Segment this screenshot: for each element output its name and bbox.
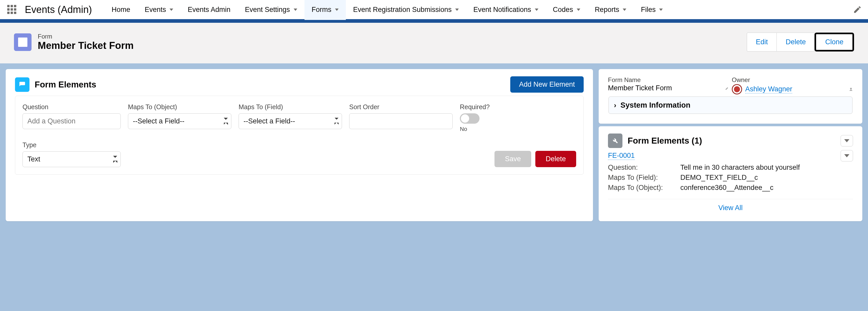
maps-to-field-select[interactable]: --Select a Field-- <box>239 113 342 129</box>
record-title: Member Ticket Form <box>38 40 134 51</box>
chevron-down-icon[interactable] <box>169 8 173 11</box>
required-label: Required? <box>460 103 576 111</box>
related-item-menu[interactable] <box>841 150 853 162</box>
form-element-editor: Question Maps To (Object) --Select a Fie… <box>15 96 584 175</box>
form-name-value: Member Ticket Form <box>608 84 719 92</box>
chevron-down-icon[interactable] <box>659 8 663 11</box>
question-input[interactable] <box>23 113 121 129</box>
chevron-down-icon[interactable] <box>335 8 339 11</box>
maps-to-object-select[interactable]: --Select a Field-- <box>128 113 231 129</box>
change-owner-icon[interactable] <box>843 85 853 93</box>
clone-button[interactable]: Clone <box>816 34 852 50</box>
sort-order-label: Sort Order <box>349 103 453 111</box>
chevron-down-icon[interactable] <box>455 8 459 11</box>
system-information-label: System Information <box>620 101 690 109</box>
kv-key: Maps To (Field): <box>608 174 680 181</box>
nav-label: Files <box>641 6 655 14</box>
maps-to-object-label: Maps To (Object) <box>128 103 231 111</box>
nav-tab-event-reg-submissions[interactable]: Event Registration Submissions <box>346 0 466 20</box>
owner-avatar-icon <box>732 84 742 94</box>
form-name-label: Form Name <box>608 76 729 84</box>
chevron-down-icon[interactable] <box>623 8 626 11</box>
clone-highlight: Clone <box>814 33 854 52</box>
owner-label: Owner <box>732 76 853 84</box>
nav-tabs: Home Events Events Admin Event Settings … <box>104 0 670 20</box>
form-object-icon <box>14 33 32 51</box>
global-nav: Events (Admin) Home Events Events Admin … <box>0 0 868 21</box>
wrench-icon <box>608 134 622 148</box>
related-form-elements-card: Form Elements (1) FE-0001 Question:Tell … <box>599 126 862 221</box>
page-band: Form Member Ticket Form Edit Delete Clon… <box>0 21 868 63</box>
question-label: Question <box>23 103 121 111</box>
record-header: Form Member Ticket Form Edit Delete Clon… <box>5 25 863 59</box>
kv-value: DEMO_TEXT_FIELD__c <box>680 174 853 181</box>
owner-link[interactable]: Ashley Wagner <box>745 85 792 93</box>
chevron-down-icon[interactable] <box>293 8 297 11</box>
record-type-label: Form <box>38 33 134 40</box>
nav-tab-codes[interactable]: Codes <box>546 0 588 20</box>
nav-tab-forms[interactable]: Forms <box>305 0 346 20</box>
sort-order-input[interactable] <box>349 113 453 129</box>
chevron-down-icon[interactable] <box>577 8 580 11</box>
required-toggle[interactable] <box>460 113 479 124</box>
kv-value: Tell me in 30 characters about yourself <box>680 164 853 172</box>
nav-label: Event Registration Submissions <box>353 6 452 14</box>
type-label: Type <box>23 141 121 149</box>
add-new-element-button[interactable]: Add New Element <box>510 76 584 93</box>
related-title: Form Elements (1) <box>628 136 702 146</box>
kv-key: Maps To (Object): <box>608 184 680 192</box>
delete-element-button[interactable]: Delete <box>535 151 576 167</box>
nav-label: Reports <box>595 6 619 14</box>
content-grid: Form Elements Add New Element Question M… <box>0 63 868 227</box>
chevron-down-icon[interactable] <box>535 8 538 11</box>
nav-tab-events-admin[interactable]: Events Admin <box>180 0 238 20</box>
pencil-icon[interactable] <box>853 5 862 14</box>
nav-tab-home[interactable]: Home <box>104 0 137 20</box>
header-actions: Edit Delete Clone <box>747 33 854 52</box>
nav-tab-event-notifications[interactable]: Event Notifications <box>466 0 546 20</box>
kv-value: conference360__Attendee__c <box>680 184 853 192</box>
nav-label: Home <box>112 6 130 14</box>
related-card-menu[interactable] <box>841 135 853 146</box>
nav-label: Event Notifications <box>473 6 531 14</box>
edit-button[interactable]: Edit <box>747 33 777 52</box>
nav-tab-files[interactable]: Files <box>633 0 670 20</box>
nav-label: Forms <box>312 6 332 14</box>
edit-form-name-icon[interactable] <box>719 84 729 92</box>
nav-tab-events[interactable]: Events <box>137 0 181 20</box>
type-select[interactable]: Text <box>23 151 121 167</box>
app-launcher-icon[interactable] <box>6 4 18 15</box>
nav-label: Codes <box>553 6 573 14</box>
nav-tab-event-settings[interactable]: Event Settings <box>238 0 304 20</box>
nav-tab-reports[interactable]: Reports <box>588 0 634 20</box>
system-information-section[interactable]: › System Information <box>609 96 852 114</box>
nav-label: Events Admin <box>188 6 230 14</box>
related-item-link[interactable]: FE-0001 <box>608 151 635 160</box>
required-state: No <box>460 126 576 133</box>
view-all-link[interactable]: View All <box>608 199 853 212</box>
form-elements-card: Form Elements Add New Element Question M… <box>6 69 593 221</box>
delete-button[interactable]: Delete <box>777 33 815 52</box>
right-column: Form Name Member Ticket Form Owner Ashle… <box>599 69 862 221</box>
app-name: Events (Admin) <box>25 4 92 15</box>
nav-label: Events <box>145 6 166 14</box>
nav-label: Event Settings <box>245 6 290 14</box>
detail-card: Form Name Member Ticket Form Owner Ashle… <box>599 69 862 124</box>
maps-to-field-label: Maps To (Field) <box>239 103 342 111</box>
form-elements-icon <box>15 77 29 92</box>
save-button[interactable]: Save <box>495 151 531 167</box>
form-elements-title: Form Elements <box>35 80 96 89</box>
kv-key: Question: <box>608 164 680 172</box>
chevron-right-icon: › <box>614 101 616 109</box>
